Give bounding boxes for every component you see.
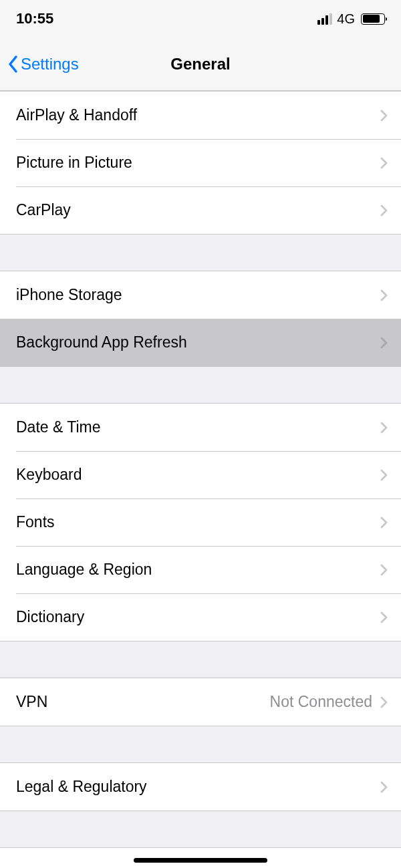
- row-carplay[interactable]: CarPlay: [0, 186, 401, 234]
- home-indicator[interactable]: [134, 858, 267, 863]
- chevron-right-icon: [380, 204, 388, 216]
- row-iphone-storage[interactable]: iPhone Storage: [0, 271, 401, 319]
- chevron-right-icon: [380, 110, 388, 122]
- row-label: Picture in Picture: [16, 154, 380, 172]
- chevron-right-icon: [380, 469, 388, 481]
- row-vpn[interactable]: VPN Not Connected: [0, 678, 401, 726]
- row-legal-regulatory[interactable]: Legal & Regulatory: [0, 763, 401, 811]
- row-label: Background App Refresh: [16, 333, 380, 351]
- status-time: 10:55: [16, 10, 53, 27]
- row-label: CarPlay: [16, 201, 380, 219]
- row-airplay-handoff[interactable]: AirPlay & Handoff: [0, 92, 401, 139]
- signal-icon: [317, 13, 332, 25]
- chevron-right-icon: [380, 564, 388, 576]
- row-picture-in-picture[interactable]: Picture in Picture: [0, 139, 401, 186]
- back-label: Settings: [21, 55, 79, 74]
- status-bar: 10:55 4G: [0, 0, 401, 37]
- row-date-time[interactable]: Date & Time: [0, 404, 401, 451]
- navigation-bar: Settings General: [0, 37, 401, 91]
- row-label: Dictionary: [16, 608, 380, 626]
- status-indicators: 4G: [317, 11, 385, 27]
- row-detail: Not Connected: [270, 693, 372, 711]
- chevron-right-icon: [380, 611, 388, 623]
- row-label: VPN: [16, 693, 270, 711]
- back-button[interactable]: Settings: [0, 55, 79, 74]
- chevron-right-icon: [380, 289, 388, 301]
- settings-group-4: VPN Not Connected: [0, 678, 401, 726]
- row-background-app-refresh[interactable]: Background App Refresh: [0, 319, 401, 366]
- chevron-right-icon: [380, 781, 388, 793]
- row-label: Reset: [16, 865, 56, 868]
- row-label: Legal & Regulatory: [16, 778, 380, 796]
- settings-group-2: iPhone Storage Background App Refresh: [0, 271, 401, 367]
- chevron-right-icon: [380, 157, 388, 169]
- chevron-right-icon: [380, 337, 388, 349]
- chevron-right-icon: [380, 422, 388, 434]
- row-fonts[interactable]: Fonts: [0, 498, 401, 546]
- chevron-right-icon: [380, 517, 388, 529]
- row-label: Language & Region: [16, 561, 380, 579]
- row-keyboard[interactable]: Keyboard: [0, 451, 401, 498]
- row-label: Date & Time: [16, 418, 380, 436]
- settings-group-5: Legal & Regulatory: [0, 762, 401, 811]
- network-label: 4G: [337, 11, 355, 27]
- settings-group-3: Date & Time Keyboard Fonts Language & Re…: [0, 403, 401, 641]
- row-label: AirPlay & Handoff: [16, 106, 380, 124]
- settings-group-1: AirPlay & Handoff Picture in Picture Car…: [0, 91, 401, 235]
- battery-icon: [361, 13, 385, 25]
- row-language-region[interactable]: Language & Region: [0, 546, 401, 593]
- page-title: General: [170, 55, 230, 74]
- chevron-right-icon: [380, 696, 388, 708]
- row-dictionary[interactable]: Dictionary: [0, 593, 401, 641]
- row-label: Fonts: [16, 513, 380, 531]
- row-label: iPhone Storage: [16, 286, 380, 304]
- chevron-left-icon: [8, 55, 19, 74]
- row-label: Keyboard: [16, 466, 380, 484]
